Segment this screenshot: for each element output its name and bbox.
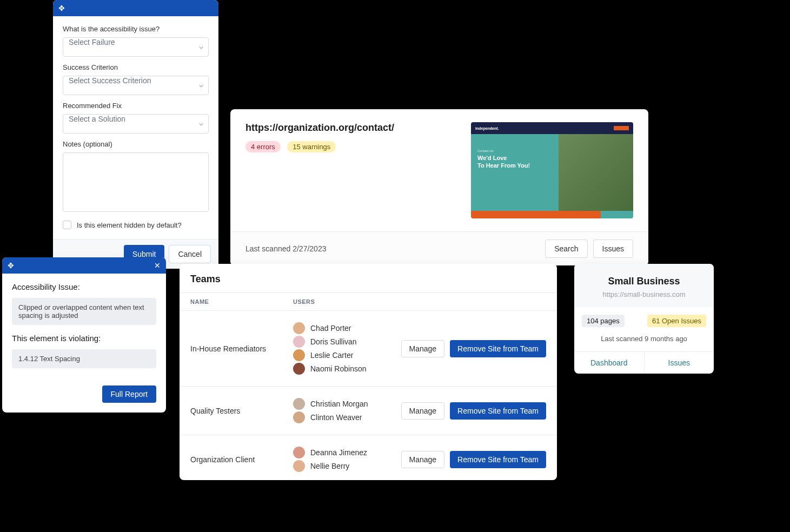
open-issues-badge: 61 Open Issues <box>647 315 706 327</box>
teams-panel: Teams NAME USERS In-House RemediatorsCha… <box>180 264 557 480</box>
user-name: Deanna Jimenez <box>310 448 367 457</box>
site-last-scanned: Last scanned 9 months ago <box>582 335 706 343</box>
manage-button[interactable]: Manage <box>401 340 445 357</box>
site-url: https://small-business.com <box>582 290 706 298</box>
dashboard-link[interactable]: Dashboard <box>574 352 644 374</box>
pages-badge: 104 pages <box>582 315 625 327</box>
solution-select[interactable]: Select a Solution <box>63 114 209 134</box>
user-item: Naomi Robinson <box>293 363 401 375</box>
close-icon[interactable]: ✕ <box>154 261 161 270</box>
user-name: Nellie Berry <box>310 462 349 470</box>
errors-badge: 4 errors <box>245 141 281 152</box>
avatar <box>293 349 305 361</box>
hidden-checkbox-label: Is this element hidden by default? <box>77 221 182 229</box>
avatar <box>293 336 305 348</box>
column-name: NAME <box>190 298 293 305</box>
preview-subheading: Contact Us <box>477 149 552 152</box>
accessibility-issue-form: ✥ What is the accessibility issue? Selec… <box>53 0 218 269</box>
recommended-fix-label: Recommended Fix <box>63 102 209 110</box>
notes-textarea[interactable] <box>63 152 209 212</box>
preview-heading: We'd Love To Hear From You! <box>477 155 552 170</box>
notes-label: Notes (optional) <box>63 140 209 148</box>
site-summary-card: Small Business https://small-business.co… <box>574 264 714 374</box>
avatar <box>293 363 305 375</box>
site-title: Small Business <box>582 276 706 287</box>
success-criterion-label: Success Criterion <box>63 63 209 71</box>
table-row: Organization ClientDeanna JimenezNellie … <box>180 435 557 480</box>
issue-header[interactable]: ✥ ✕ <box>2 257 166 274</box>
accessibility-issue-detail: ✥ ✕ Accessibility Issue: Clipped or over… <box>2 257 166 413</box>
user-item: Leslie Carter <box>293 349 401 361</box>
table-row: In-House RemediatorsChad PorterDoris Sul… <box>180 311 557 387</box>
remove-site-button[interactable]: Remove Site from Team <box>450 451 546 468</box>
remove-site-button[interactable]: Remove Site from Team <box>450 340 546 357</box>
user-name: Naomi Robinson <box>310 364 367 373</box>
manage-button[interactable]: Manage <box>401 402 445 420</box>
preview-logo: independent. <box>475 127 499 130</box>
preview-image <box>559 134 633 211</box>
table-row: Quality TestersChristian MorganClinton W… <box>180 387 557 435</box>
success-criterion-select[interactable]: Select Success Criterion <box>63 76 209 95</box>
last-scanned-label: Last scanned 2/27/2023 <box>245 244 326 253</box>
user-item: Deanna Jimenez <box>293 447 401 458</box>
remove-site-button[interactable]: Remove Site from Team <box>450 402 546 420</box>
cancel-button[interactable]: Cancel <box>169 245 211 263</box>
move-icon[interactable]: ✥ <box>8 261 14 270</box>
avatar <box>293 398 305 410</box>
page-preview: independent. Contact Us We'd Love To Hea… <box>471 122 633 218</box>
user-item: Nellie Berry <box>293 460 401 472</box>
issues-button[interactable]: Issues <box>593 240 633 258</box>
user-name: Doris Sullivan <box>310 337 357 346</box>
avatar <box>293 411 305 423</box>
user-name: Leslie Carter <box>310 351 353 360</box>
preview-cta <box>614 126 629 130</box>
form-header[interactable]: ✥ <box>53 0 218 16</box>
user-item: Clinton Weaver <box>293 411 401 423</box>
manage-button[interactable]: Manage <box>401 451 445 468</box>
team-name: Quality Testers <box>190 407 293 415</box>
avatar <box>293 322 305 334</box>
user-item: Doris Sullivan <box>293 336 401 348</box>
scan-summary-card: https://organization.org/contact/ 4 erro… <box>230 109 648 265</box>
user-item: Christian Morgan <box>293 398 401 410</box>
hidden-checkbox[interactable] <box>63 221 71 229</box>
full-report-button[interactable]: Full Report <box>102 385 156 403</box>
avatar <box>293 447 305 458</box>
search-button[interactable]: Search <box>545 240 587 258</box>
issues-link[interactable]: Issues <box>644 352 714 374</box>
violating-heading: This element is violating: <box>12 334 156 343</box>
teams-title: Teams <box>180 264 557 292</box>
user-name: Chad Porter <box>310 324 351 332</box>
failure-select[interactable]: Select Failure <box>63 37 209 57</box>
column-users: USERS <box>293 298 315 305</box>
issue-description: Clipped or overlapped content when text … <box>12 298 156 325</box>
warnings-badge: 15 warnings <box>287 141 336 152</box>
team-name: In-House Remediators <box>190 344 293 353</box>
move-icon[interactable]: ✥ <box>58 4 65 12</box>
team-name: Organization Client <box>190 455 293 464</box>
user-name: Christian Morgan <box>310 400 368 408</box>
issue-heading: Accessibility Issue: <box>12 282 156 291</box>
issue-question-label: What is the accessibility issue? <box>63 25 209 33</box>
user-item: Chad Porter <box>293 322 401 334</box>
avatar <box>293 460 305 472</box>
user-name: Clinton Weaver <box>310 413 362 422</box>
violating-rule: 1.4.12 Text Spacing <box>12 349 156 368</box>
scan-url: https://organization.org/contact/ <box>245 122 458 134</box>
